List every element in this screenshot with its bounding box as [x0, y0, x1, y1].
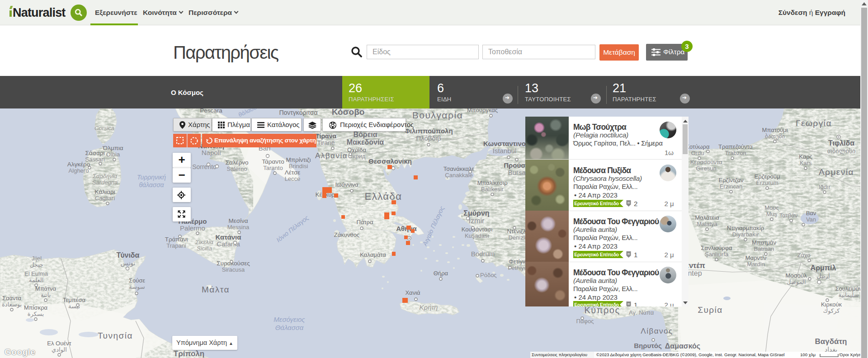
svg-text:ntep: ntep [688, 269, 702, 277]
svg-text:Μεσόγειος: Μεσόγειος [274, 316, 305, 323]
svg-text:Μους: Μους [764, 204, 778, 211]
svg-text:Erzurum: Erzurum [756, 179, 778, 186]
svg-text:Σάσαρι: Σάσαρι [85, 150, 105, 156]
svg-text:Van: Van [806, 216, 816, 223]
svg-text:Κρήτη: Κρήτη [420, 303, 438, 311]
svg-text:Κωνσταντινο: Κωνσταντινο [483, 140, 526, 147]
svg-text:Καρς: Καρς [799, 153, 812, 160]
svg-text:Μακεδονία: Μακεδονία [347, 138, 384, 146]
svg-text:Τραπεζούντα: Τραπεζούντα [718, 143, 753, 150]
svg-text:Θεσσαλονίκη: Θεσσαλονίκη [368, 157, 412, 165]
svg-text:Ζάκυνθος: Ζάκυνθος [334, 231, 359, 238]
svg-text:Τύνιδα: Τύνιδα [117, 251, 140, 259]
svg-text:Palermo: Palermo [180, 224, 205, 232]
svg-text:Σούσε: Σούσε [129, 277, 145, 284]
svg-text:Λίβανος: Λίβανος [641, 327, 673, 335]
svg-text:Bursa: Bursa [508, 169, 526, 176]
svg-text:Κύπρος: Κύπρος [584, 305, 620, 315]
svg-text:بسكرة: بسكرة [28, 311, 44, 318]
svg-text:Ζάχο: Ζάχο [797, 252, 810, 259]
svg-text:Τρίπολη: Τρίπολη [174, 349, 204, 358]
svg-text:Trapani: Trapani [166, 242, 186, 249]
svg-text:Μπίσκρα: Μπίσκρα [24, 304, 48, 311]
svg-text:Γεωργία: Γεωργία [796, 118, 832, 128]
svg-text:Trabzon: Trabzon [725, 150, 746, 156]
svg-text:Θήρα: Θήρα [434, 270, 448, 277]
svg-text:Jijel: Jijel [32, 255, 42, 262]
svg-text:Οχρίδα: Οχρίδα [347, 146, 366, 153]
svg-text:Αλβανία: Αλβανία [315, 151, 348, 160]
svg-text:Giresun: Giresun [696, 165, 717, 172]
svg-text:Σουλεϊμάν: Σουλεϊμάν [835, 285, 862, 292]
svg-text:Φετίγιε: Φετίγιε [509, 258, 527, 265]
svg-text:Ερζερούμ: Ερζερούμ [755, 173, 780, 180]
svg-text:Napoli: Napoli [202, 149, 221, 156]
svg-text:Τυνησία: Τυνησία [98, 331, 133, 340]
svg-text:Ποντγκόριτσα: Ποντγκόριτσα [279, 109, 317, 116]
svg-text:الوادي: الوادي [52, 346, 67, 353]
svg-text:Πάτρα: Πάτρα [357, 219, 373, 226]
svg-text:Ρόδος: Ρόδος [480, 272, 497, 278]
svg-text:Ελ Ουέντ: Ελ Ουέντ [47, 340, 71, 347]
svg-text:Olbia: Olbia [106, 151, 120, 158]
svg-text:Πλόβδιβ: Πλόβδιβ [416, 134, 441, 142]
svg-text:Σικελία: Σικελία [195, 239, 213, 245]
svg-text:Βαν: Βαν [806, 210, 816, 217]
svg-text:Çanakkale: Çanakkale [445, 172, 472, 179]
svg-text:جيجل: جيجل [30, 261, 43, 268]
svg-text:Συρακούσες: Συρακούσες [217, 260, 250, 267]
svg-text:Κουσάντασι: Κουσάντασι [462, 226, 492, 233]
svg-text:Μαρντίν: Μαρντίν [745, 254, 767, 261]
svg-text:Τυρρηνική: Τυρρηνική [137, 174, 166, 181]
svg-text:العلمة: العلمة [29, 277, 44, 283]
svg-text:Λέτσε: Λέτσε [285, 169, 301, 176]
svg-text:Batman: Batman [754, 245, 774, 252]
svg-text:Sorrento: Sorrento [192, 163, 217, 170]
svg-text:Lecce: Lecce [285, 175, 301, 182]
svg-text:Τεμπέσα: Τεμπέσα [63, 297, 86, 303]
svg-text:Μπάτνα: Μπάτνα [35, 285, 57, 292]
svg-text:Συρία: Συρία [698, 305, 723, 315]
svg-text:Iğdır: Iğdır [819, 184, 831, 190]
svg-text:Alghero: Alghero [69, 167, 89, 174]
svg-text:Αρμενία: Αρμενία [819, 167, 854, 177]
svg-text:თბილისი: თბილისი [827, 147, 855, 155]
svg-text:Σανλιούρφα: Σανλιούρφα [701, 245, 732, 251]
svg-text:Messina: Messina [227, 224, 250, 231]
svg-text:Καλαμάτα: Καλαμάτα [360, 251, 386, 258]
svg-text:Corsica: Corsica [94, 125, 114, 132]
svg-text:Ιstanbul: Ιstanbul [493, 147, 517, 155]
svg-text:كركوك: كركوك [823, 307, 840, 315]
svg-text:Χανιά: Χανιά [405, 289, 420, 296]
svg-text:Μπατμάν: Μπατμάν [752, 239, 776, 246]
svg-text:تونس: تونس [121, 259, 136, 267]
svg-text:Κόσοβο: Κόσοβο [332, 108, 365, 117]
svg-text:الموصل: الموصل [787, 278, 806, 286]
svg-text:Μπατούμι: Μπατούμι [762, 127, 788, 133]
svg-text:سليمانية: سليمانية [838, 292, 859, 298]
svg-text:Βουλγαρία: Βουλγαρία [412, 110, 463, 120]
svg-text:Κιρκούκ: Κιρκούκ [821, 301, 842, 308]
svg-text:Ντενιζλί: Ντενιζλί [507, 228, 528, 235]
svg-text:Ελλάδα: Ελλάδα [364, 191, 402, 202]
svg-text:Bodrum: Bodrum [471, 250, 495, 258]
svg-text:Denizli: Denizli [508, 234, 526, 241]
svg-text:Αρμπίλ: Αρμπίλ [811, 264, 836, 272]
svg-text:Ερζίντζαν: Ερζίντζαν [718, 177, 743, 184]
svg-text:Όλμπια: Όλμπια [102, 145, 123, 151]
svg-text:Μπρίντιζι: Μπρίντιζι [286, 156, 311, 163]
svg-text:Σαλέρνο: Σαλέρνο [226, 159, 249, 166]
svg-text:Τιφλίδα: Τιφλίδα [828, 139, 854, 147]
svg-text:سوسة: سوسة [129, 283, 145, 291]
svg-text:θάλασσα: θάλασσα [139, 181, 164, 188]
svg-text:Βηρυτός: Βηρυτός [634, 342, 662, 349]
svg-text:Μαλάτεια: Μαλάτεια [695, 214, 719, 221]
svg-text:Μοσούλ: Μοσούλ [786, 272, 807, 279]
svg-text:Muş: Muş [766, 211, 778, 217]
svg-text:Balıkesir: Balıkesir [481, 186, 504, 193]
svg-text:Sardegna: Sardegna [92, 179, 118, 186]
svg-text:Τίρανα: Τίρανα [316, 132, 336, 140]
svg-text:Taranto: Taranto [263, 165, 283, 171]
svg-text:Ιωάννινα: Ιωάννινα [335, 181, 359, 188]
svg-text:Τάραντο: Τάραντο [262, 158, 284, 165]
